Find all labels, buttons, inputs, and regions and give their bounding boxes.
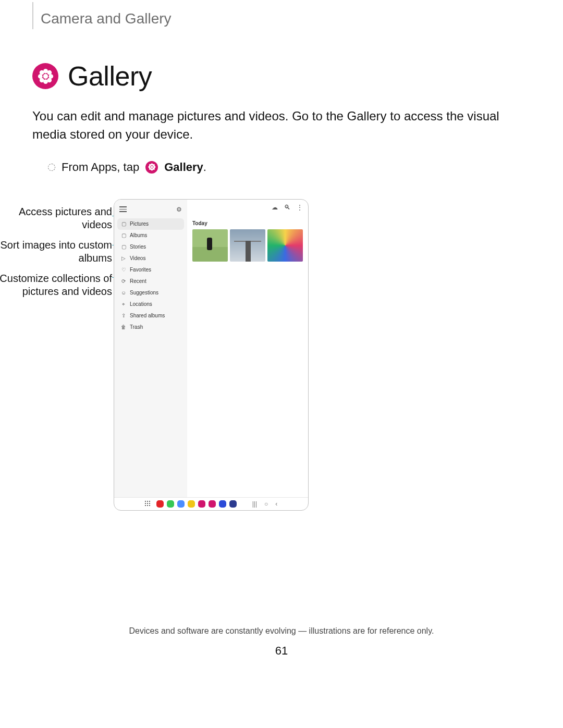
sidebar-item-albums[interactable]: ▢Albums (114, 230, 187, 241)
search-icon[interactable]: 🔍︎ (284, 204, 290, 211)
sidebar-item-shared-albums[interactable]: ⇪Shared albums (114, 310, 187, 322)
sidebar-item-label: Albums (130, 232, 147, 238)
sidebar-item-recent[interactable]: ⟳Recent (114, 276, 187, 287)
svg-point-13 (149, 164, 151, 166)
gallery-app-icon (32, 63, 58, 89)
gallery-sidebar: ⚙ ▢Pictures▢Albums▢Stories▷Videos♡Favori… (114, 200, 187, 498)
sidebar-item-label: Stories (130, 244, 146, 250)
page-title: Gallery (68, 60, 152, 92)
step-suffix: . (203, 161, 206, 174)
sidebar-item-label: Videos (130, 255, 145, 261)
taskbar-app-icon[interactable] (209, 500, 216, 508)
suggestions-icon: ☺ (120, 290, 127, 296)
callout-2: Sort images into custom albums (0, 239, 112, 265)
sidebar-item-label: Locations (130, 301, 152, 307)
pictures-icon: ▢ (120, 221, 127, 227)
gallery-main: ☁ 🔍︎ ⋮ Today (187, 200, 308, 498)
thumbnail-row (192, 229, 303, 262)
trash-icon: 🗑 (120, 324, 127, 330)
taskbar-app-icon[interactable] (229, 500, 237, 508)
svg-point-5 (47, 70, 52, 75)
svg-point-6 (39, 78, 44, 82)
recent-icon: ⟳ (120, 278, 127, 285)
callout-column: Access pictures and videos Sort images i… (0, 205, 112, 305)
taskbar-app-icon[interactable] (198, 500, 205, 508)
step-app-name: Gallery (164, 161, 203, 174)
svg-point-7 (47, 78, 52, 82)
sidebar-item-pictures[interactable]: ▢Pictures (117, 218, 184, 230)
taskbar-app-icon[interactable] (167, 500, 174, 508)
sidebar-item-videos[interactable]: ▷Videos (114, 253, 187, 264)
taskbar-app-icon[interactable] (177, 500, 185, 508)
svg-point-14 (153, 164, 155, 166)
page-number: 61 (32, 644, 531, 658)
taskbar-app-icon[interactable] (188, 500, 195, 508)
svg-point-8 (43, 73, 47, 78)
sidebar-item-favorites[interactable]: ♡Favorites (114, 264, 187, 276)
recents-nav-icon[interactable]: ||| (252, 500, 257, 508)
photo-thumbnail[interactable] (230, 229, 265, 262)
callout-3: Customize collections of pictures and vi… (0, 272, 112, 298)
sidebar-item-locations[interactable]: ⌖Locations (114, 299, 187, 310)
photo-thumbnail[interactable] (192, 229, 228, 262)
sidebar-item-label: Pictures (130, 221, 149, 227)
taskbar-app-icon[interactable] (156, 500, 164, 508)
sidebar-item-label: Trash (130, 324, 143, 330)
illustration: Access pictures and videos Sort images i… (83, 199, 480, 522)
back-nav-icon[interactable]: ‹ (275, 500, 277, 508)
svg-point-16 (153, 168, 155, 170)
settings-icon[interactable]: ⚙ (176, 206, 182, 213)
sidebar-item-suggestions[interactable]: ☺Suggestions (114, 287, 187, 299)
sidebar-item-stories[interactable]: ▢Stories (114, 241, 187, 253)
step-prefix: From Apps, tap (62, 161, 139, 174)
favorites-icon: ♡ (120, 267, 127, 273)
hamburger-icon[interactable] (119, 206, 127, 212)
cloud-icon[interactable]: ☁ (272, 204, 278, 211)
home-nav-icon[interactable]: ○ (264, 500, 268, 508)
photo-thumbnail[interactable] (267, 229, 303, 262)
sidebar-item-label: Suggestions (130, 290, 158, 295)
taskbar-app-icon[interactable] (219, 500, 226, 508)
sidebar-item-label: Shared albums (130, 313, 165, 318)
tablet-mockup: ⚙ ▢Pictures▢Albums▢Stories▷Videos♡Favori… (114, 199, 309, 511)
callout-1: Access pictures and videos (0, 205, 112, 231)
step-bullet-icon (48, 164, 55, 171)
svg-point-17 (151, 166, 153, 168)
app-drawer-icon[interactable] (145, 501, 151, 507)
more-icon[interactable]: ⋮ (297, 204, 303, 211)
breadcrumb-text: Camera and Gallery (41, 10, 172, 27)
page-title-row: Gallery (32, 60, 531, 92)
gallery-app-icon (145, 161, 158, 174)
videos-icon: ▷ (120, 255, 127, 262)
sidebar-item-label: Recent (130, 278, 146, 284)
breadcrumb: Camera and Gallery (32, 2, 531, 29)
svg-point-15 (149, 168, 151, 170)
instruction-step: From Apps, tap Gallery. (48, 161, 531, 174)
sidebar-item-label: Favorites (130, 267, 151, 273)
stories-icon: ▢ (120, 244, 127, 250)
taskbar: ||| ○ ‹ (114, 497, 308, 510)
sidebar-item-trash[interactable]: 🗑Trash (114, 322, 187, 333)
svg-point-4 (39, 70, 44, 75)
section-today: Today (192, 220, 303, 226)
footnote: Devices and software are constantly evol… (32, 626, 531, 636)
shared-albums-icon: ⇪ (120, 313, 127, 319)
albums-icon: ▢ (120, 232, 127, 239)
locations-icon: ⌖ (120, 301, 127, 307)
intro-paragraph: You can edit and manage pictures and vid… (32, 107, 531, 144)
